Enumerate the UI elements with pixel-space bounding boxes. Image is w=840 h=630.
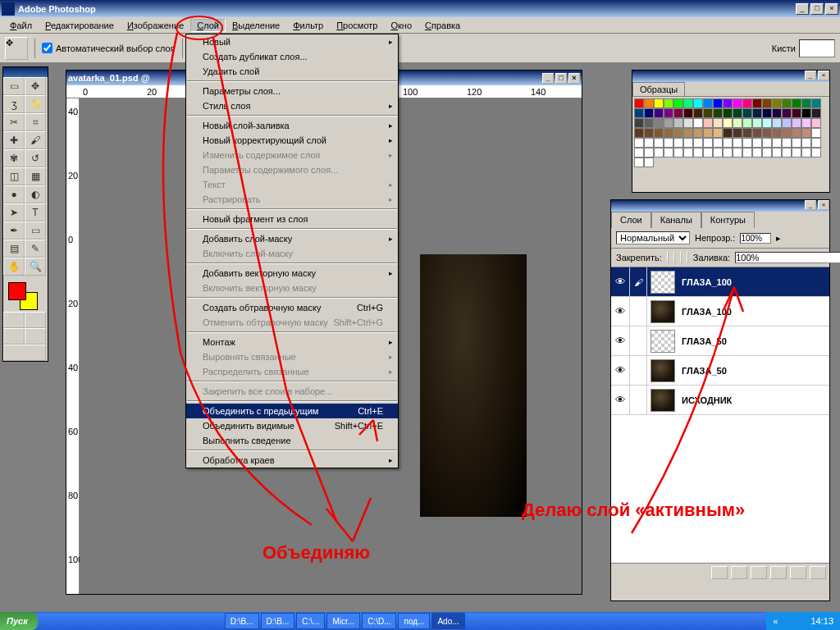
opacity-arrow-icon[interactable]: ▸ (776, 233, 781, 244)
swatch[interactable] (742, 98, 752, 108)
panel-minimize[interactable]: _ (805, 200, 816, 210)
swatch[interactable] (683, 98, 693, 108)
swatch[interactable] (801, 148, 811, 158)
swatch[interactable] (703, 108, 713, 118)
menu-item[interactable]: Новый слой-заливка (186, 118, 398, 133)
swatch[interactable] (811, 98, 821, 108)
screen-full-menu[interactable] (25, 328, 46, 345)
swatch[interactable] (713, 138, 723, 148)
swatch[interactable] (762, 128, 772, 138)
panel-titlebar[interactable]: _ × (611, 200, 829, 212)
brushes-picker[interactable]: Кисти (772, 39, 835, 57)
swatch[interactable] (664, 128, 673, 138)
layer-thumbnail[interactable] (651, 330, 675, 353)
swatch[interactable] (811, 118, 821, 128)
link-icon[interactable] (629, 356, 647, 385)
swatch[interactable] (811, 148, 821, 158)
screen-standard[interactable] (3, 328, 25, 345)
doc-close[interactable]: × (568, 73, 580, 84)
swatch[interactable] (664, 98, 673, 108)
tray-arrow-icon[interactable]: « (773, 616, 778, 626)
swatch[interactable] (752, 128, 762, 138)
layer-row[interactable]: 👁ГЛАЗА_50 (611, 356, 829, 386)
swatch[interactable] (772, 108, 782, 118)
menu-item[interactable]: Объединить с предыдущимCtrl+E (186, 404, 398, 418)
dodge-tool[interactable]: ◐ (25, 185, 46, 203)
swatch[interactable] (762, 148, 772, 158)
wand-tool[interactable]: ✨ (25, 95, 46, 113)
swatch[interactable] (693, 128, 703, 138)
doc-maximize[interactable]: □ (555, 73, 567, 84)
link-icon[interactable] (629, 326, 647, 355)
swatch[interactable] (644, 128, 654, 138)
pen-tool[interactable]: ✒ (3, 221, 25, 240)
swatch[interactable] (772, 138, 782, 148)
swatch[interactable] (723, 98, 733, 108)
jump-imageready[interactable] (3, 345, 46, 361)
tray-icon[interactable] (796, 615, 807, 627)
swatch[interactable] (654, 128, 664, 138)
swatch[interactable] (673, 148, 683, 158)
ql-icon[interactable] (205, 614, 220, 628)
move-tool-icon[interactable]: ✥ (5, 37, 28, 60)
menu-просмотр[interactable]: Просмотр (330, 19, 384, 32)
swatch[interactable] (693, 98, 703, 108)
lock-pixels[interactable] (673, 252, 675, 263)
menu-item[interactable]: Выполнить сведение (186, 433, 398, 448)
swatch[interactable] (733, 108, 742, 118)
swatch[interactable] (713, 118, 723, 128)
visibility-icon[interactable]: 👁 (611, 305, 629, 317)
swatch[interactable] (654, 108, 664, 118)
menu-item[interactable]: Объединить видимыеShift+Ctrl+E (186, 418, 398, 433)
swatch[interactable] (654, 118, 664, 128)
swatch[interactable] (634, 108, 644, 118)
swatch[interactable] (733, 118, 742, 128)
swatch[interactable] (664, 138, 673, 148)
layer-mask-button[interactable] (731, 566, 747, 579)
swatch[interactable] (782, 148, 792, 158)
link-icon[interactable]: 🖌 (629, 267, 647, 296)
panel-close[interactable]: × (818, 200, 829, 210)
swatch[interactable] (792, 108, 801, 118)
swatch[interactable] (762, 108, 772, 118)
close-button[interactable]: × (825, 3, 838, 15)
swatch[interactable] (713, 108, 723, 118)
task-button[interactable]: Ado... (431, 613, 464, 629)
swatch[interactable] (713, 148, 723, 158)
eyedropper-tool[interactable]: ✎ (25, 240, 46, 258)
swatch[interactable] (664, 118, 673, 128)
start-button[interactable]: Пуск (0, 612, 38, 630)
swatch[interactable] (752, 98, 762, 108)
swatch[interactable] (801, 138, 811, 148)
swatch[interactable] (772, 128, 782, 138)
task-button[interactable]: Micr... (326, 613, 360, 629)
toolbox-title[interactable] (3, 67, 48, 77)
visibility-icon[interactable]: 👁 (611, 276, 629, 288)
maximize-button[interactable]: □ (810, 3, 824, 15)
ql-icon[interactable] (41, 614, 56, 628)
swatch[interactable] (673, 118, 683, 128)
swatch[interactable] (673, 98, 683, 108)
marquee-tool[interactable]: ▭ (3, 77, 25, 95)
ql-icon[interactable] (156, 614, 171, 628)
swatch[interactable] (782, 108, 792, 118)
swatch[interactable] (752, 118, 762, 128)
swatch[interactable] (664, 108, 673, 118)
swatch[interactable] (634, 118, 644, 128)
stamp-tool[interactable]: ✾ (3, 149, 25, 167)
swatch[interactable] (644, 138, 654, 148)
swatch[interactable] (634, 158, 644, 167)
zoom-tool[interactable]: 🔍 (25, 258, 46, 276)
lock-transparency[interactable] (667, 252, 669, 263)
menu-item[interactable]: Удалить слой (186, 64, 398, 79)
gradient-tool[interactable]: ▦ (25, 167, 46, 185)
lock-all[interactable] (687, 252, 688, 263)
swatch[interactable] (723, 118, 733, 128)
swatch[interactable] (693, 118, 703, 128)
swatch[interactable] (703, 98, 713, 108)
ql-icon[interactable] (57, 614, 72, 628)
shape-tool[interactable]: ▭ (25, 221, 46, 240)
move-tool[interactable]: ✥ (25, 77, 46, 95)
swatch[interactable] (723, 108, 733, 118)
menu-файл[interactable]: Файл (3, 19, 39, 32)
